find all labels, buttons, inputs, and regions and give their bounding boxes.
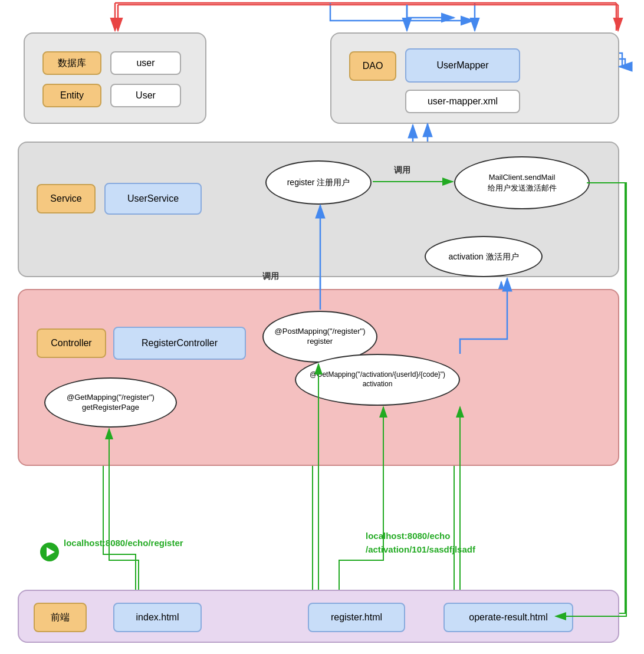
call-label-1: 调用 <box>394 165 410 176</box>
activation-ellipse: activation 激活用户 <box>425 236 543 277</box>
index-html-label: index.html <box>113 603 202 632</box>
db-user-label: user <box>110 51 181 75</box>
dao-box: DAO UserMapper user-mapper.xml <box>330 32 619 124</box>
getmapping-activation-ellipse: @GetMapping("/activation/{userId}/{code}… <box>295 354 460 406</box>
diagram-container: 数据库 user Entity User DAO UserMapper user… <box>0 0 644 654</box>
registercontroller-label: RegisterController <box>113 327 246 360</box>
register-ellipse: register 注册用户 <box>265 160 372 205</box>
db-user-class-label: User <box>110 84 181 107</box>
url-label-1: localhost:8080/echo/register <box>64 538 183 548</box>
register-html-label: register.html <box>308 603 405 632</box>
frontend-box: 前端 index.html register.html operate-resu… <box>18 590 619 643</box>
usermapper-xml-label: user-mapper.xml <box>405 90 520 113</box>
userservice-label: UserService <box>104 183 202 215</box>
operate-result-html-label: operate-result.html <box>443 603 573 632</box>
service-label: Service <box>37 184 96 213</box>
entity-label: Entity <box>42 84 101 107</box>
play-button[interactable] <box>40 543 59 561</box>
controller-label: Controller <box>37 328 106 358</box>
dao-label: DAO <box>349 51 396 81</box>
frontend-label: 前端 <box>34 603 87 632</box>
db-box: 数据库 user Entity User <box>24 32 206 124</box>
getmapping-register-ellipse: @GetMapping("/register")getRegisterPage <box>44 377 177 428</box>
usermapper-label: UserMapper <box>405 48 520 83</box>
call-label-2: 调用 <box>262 271 279 282</box>
db-label: 数据库 <box>42 51 101 75</box>
mail-ellipse: MailClient.sendMail给用户发送激活邮件 <box>454 156 590 209</box>
url-label-2: localhost:8080/echo/activation/101/sasdf… <box>366 530 475 556</box>
